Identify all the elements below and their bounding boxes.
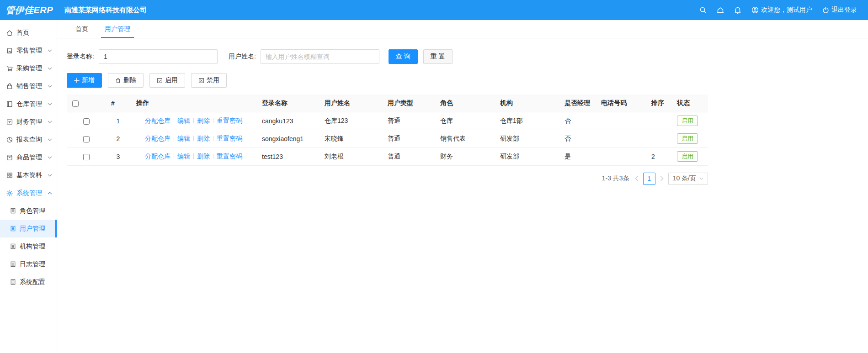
- edit-link[interactable]: 编辑: [177, 153, 190, 160]
- logout-text: 退出登录: [831, 6, 857, 14]
- col-header-index: #: [106, 95, 131, 112]
- assign-warehouse-link[interactable]: 分配仓库: [145, 135, 170, 142]
- delete-link[interactable]: 删除: [197, 153, 210, 160]
- chevron-down-icon: [699, 177, 703, 180]
- status-badge: 启用: [677, 133, 698, 144]
- user-name-label: 用户姓名:: [229, 53, 256, 61]
- sidebar-item-basic-data[interactable]: 基本资料: [0, 166, 57, 184]
- status-badge: 启用: [677, 151, 698, 162]
- home-icon[interactable]: [717, 6, 724, 14]
- query-button-label: 查 询: [396, 53, 410, 61]
- cell-manager: 否: [559, 112, 596, 130]
- delete-button-label: 删除: [123, 76, 136, 84]
- user-circle-icon: [751, 6, 759, 14]
- assign-warehouse-link[interactable]: 分配仓库: [145, 117, 170, 124]
- sidebar-item-label: 日志管理: [20, 260, 45, 269]
- row-checkbox[interactable]: [83, 136, 90, 142]
- bell-icon-glyph: [734, 6, 741, 14]
- sidebar-item-goods[interactable]: 商品管理: [0, 148, 57, 166]
- edit-link[interactable]: 编辑: [177, 135, 190, 142]
- sidebar-item-warehouse[interactable]: 仓库管理: [0, 95, 57, 113]
- chevron-down-icon: [48, 138, 52, 141]
- delete-button[interactable]: 删除: [108, 73, 144, 88]
- tab-home[interactable]: 首页: [67, 20, 96, 38]
- sidebar-item-label: 系统配置: [20, 278, 45, 286]
- cell-type: 普通: [382, 130, 435, 148]
- login-name-input[interactable]: [99, 49, 218, 64]
- cell-org: 研发部: [495, 148, 559, 165]
- sidebar-item-home[interactable]: 首页: [0, 24, 57, 42]
- company-name: 南通某某网络科技有限公司: [64, 6, 147, 15]
- top-header: 管伊佳ERP 南通某某网络科技有限公司 欢迎您，测试用户 退出登录: [0, 0, 868, 20]
- sidebar-item-label: 系统管理: [16, 189, 42, 197]
- sidebar-item-label: 用户管理: [20, 225, 45, 233]
- table-row: 3 分配仓库编辑删除重置密码 test123 刘老根 普通 财务 研发部 是 2…: [67, 148, 708, 165]
- cell-login: test123: [256, 148, 319, 165]
- sidebar-item-retail[interactable]: 零售管理: [0, 42, 57, 59]
- page-size-select[interactable]: 10 条/页: [668, 173, 708, 185]
- assign-warehouse-link[interactable]: 分配仓库: [145, 153, 170, 160]
- sidebar-item-label: 报表查询: [16, 136, 42, 144]
- sidebar-item-user-mgmt[interactable]: 用户管理: [0, 220, 57, 237]
- search-icon[interactable]: [699, 6, 707, 14]
- document-icon: [10, 225, 16, 232]
- divider: [213, 118, 213, 123]
- sidebar-item-org-mgmt[interactable]: 机构管理: [0, 237, 57, 255]
- delete-link[interactable]: 删除: [197, 117, 210, 124]
- col-header-phone: 电话号码: [596, 95, 646, 112]
- welcome-user[interactable]: 欢迎您，测试用户: [751, 6, 812, 14]
- cell-role: 仓库: [435, 112, 495, 130]
- select-all-checkbox[interactable]: [72, 100, 79, 107]
- query-button[interactable]: 查 询: [389, 49, 418, 64]
- next-page-icon[interactable]: [660, 176, 664, 181]
- divider: [213, 136, 213, 141]
- logout-button[interactable]: 退出登录: [822, 6, 857, 14]
- divider: [193, 118, 194, 123]
- sidebar-item-purchase[interactable]: 采购管理: [0, 59, 57, 77]
- reset-password-link[interactable]: 重置密码: [217, 135, 242, 142]
- sidebar-item-system[interactable]: 系统管理: [0, 184, 57, 202]
- delete-link[interactable]: 删除: [197, 135, 210, 142]
- cell-phone: [596, 130, 646, 148]
- edit-link[interactable]: 编辑: [177, 117, 190, 124]
- chevron-down-icon: [48, 49, 52, 52]
- cell-name: 刘老根: [319, 148, 382, 165]
- prev-page-icon[interactable]: [635, 176, 639, 181]
- sidebar-item-label: 财务管理: [16, 118, 42, 126]
- disable-button[interactable]: 禁用: [191, 73, 227, 88]
- page-size-value: 10 条/页: [673, 174, 696, 183]
- col-header-manager: 是否经理: [559, 95, 596, 112]
- cell-phone: [596, 112, 646, 130]
- reset-button[interactable]: 重 置: [423, 49, 453, 64]
- main-area: 首页 用户管理 登录名称: 用户姓名: 查 询 重 置: [57, 20, 868, 353]
- sidebar-item-role-mgmt[interactable]: 角色管理: [0, 202, 57, 220]
- row-checkbox[interactable]: [83, 154, 90, 160]
- filter-row: 登录名称: 用户姓名: 查 询 重 置: [67, 49, 858, 64]
- row-index: 2: [106, 130, 131, 148]
- pagination: 1-3 共3条 1 10 条/页: [67, 173, 708, 185]
- sidebar-item-reports[interactable]: 报表查询: [0, 131, 57, 148]
- sidebar-item-finance[interactable]: 财务管理: [0, 113, 57, 131]
- table-header-row: # 操作 登录名称 用户姓名 用户类型 角色 机构 是否经理 电话号码 排序 状…: [67, 95, 708, 112]
- grid-icon: [6, 172, 13, 179]
- shopping-bag-icon: [6, 83, 13, 90]
- app-logo: 管伊佳ERP: [0, 4, 57, 16]
- cell-type: 普通: [382, 148, 435, 165]
- notifications-bell-icon[interactable]: [734, 6, 741, 14]
- cart-icon: [6, 65, 13, 72]
- col-header-org: 机构: [495, 95, 559, 112]
- user-name-input[interactable]: [261, 49, 379, 64]
- page-number-1[interactable]: 1: [643, 173, 655, 185]
- sidebar-item-system-config[interactable]: 系统配置: [0, 273, 57, 291]
- reset-password-link[interactable]: 重置密码: [217, 153, 242, 160]
- tab-user-management[interactable]: 用户管理: [96, 20, 138, 38]
- sidebar-item-log-mgmt[interactable]: 日志管理: [0, 255, 57, 273]
- sidebar-item-label: 角色管理: [20, 207, 45, 215]
- divider: [213, 153, 213, 159]
- sidebar-item-sales[interactable]: 销售管理: [0, 77, 57, 95]
- add-button[interactable]: 新增: [67, 73, 102, 88]
- divider: [193, 153, 194, 159]
- reset-password-link[interactable]: 重置密码: [217, 117, 242, 124]
- enable-button[interactable]: 启用: [149, 73, 185, 88]
- row-checkbox[interactable]: [83, 118, 90, 125]
